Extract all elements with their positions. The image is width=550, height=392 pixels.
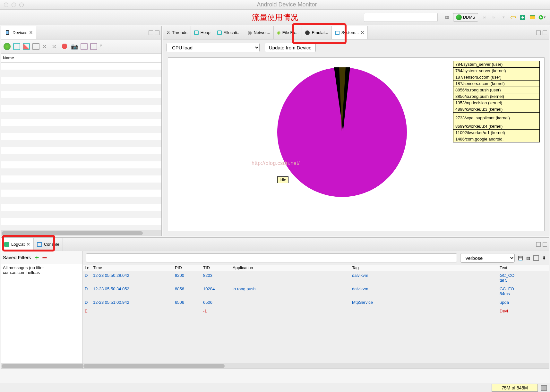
col-tid[interactable]: TID <box>203 265 233 270</box>
perspective-icon[interactable]: ▦ <box>443 13 451 21</box>
svg-marker-6 <box>62 44 67 49</box>
thread-start-icon[interactable]: ⤮ <box>52 43 59 50</box>
col-time[interactable]: Time <box>93 265 175 270</box>
bottom-panel: LogCat ✕ Console Saved Filters ＋ ━ All m… <box>1 237 549 369</box>
col-text[interactable]: Text <box>500 265 549 270</box>
scrollbar-h[interactable] <box>1 363 82 369</box>
devices-toolbar: ⤭ ⤮ 📷 ▿ <box>1 39 161 54</box>
log-row[interactable]: D12-23 05:50:34.052885610284io.rong.push… <box>83 285 549 298</box>
chart-area: Idle http://blog.csdn.net/ 784/system_se… <box>168 57 545 231</box>
tab-devices[interactable]: Devices ✕ <box>1 26 36 39</box>
thread-icon[interactable]: ⤭ <box>42 43 49 50</box>
tab-allocation[interactable]: Allocati... <box>214 26 244 39</box>
camera-icon[interactable]: 📷 <box>71 43 78 50</box>
scroll-lock-icon[interactable] <box>533 255 539 261</box>
tool-icon-2[interactable]: ⎘ <box>490 13 498 21</box>
add-filter-icon[interactable]: ＋ <box>34 253 40 262</box>
col-pid[interactable]: PID <box>175 265 203 270</box>
back-icon[interactable]: ⇦ <box>509 13 517 21</box>
tab-threads[interactable]: ⤭Threads <box>163 26 191 39</box>
tool-icon-3[interactable]: ▾ <box>500 13 507 21</box>
wifi-icon: ◉ <box>247 30 252 36</box>
legend-item: 8856/io.rong.push (kernel) <box>453 93 540 100</box>
tab-network[interactable]: ◉Networ... <box>244 26 274 39</box>
save-icon[interactable]: 💾 <box>518 256 523 260</box>
logcat-icon <box>4 242 9 247</box>
scroll-down-icon[interactable]: ⬇ <box>542 256 546 260</box>
log-level-select[interactable]: verbose <box>460 253 515 263</box>
download-icon[interactable] <box>519 13 527 21</box>
col-level[interactable]: Le <box>83 265 93 270</box>
clear-icon[interactable]: ▤ <box>526 256 530 260</box>
filter-list[interactable]: All messages (no filter com.as.com.hello… <box>1 264 82 363</box>
debug-icon[interactable] <box>4 43 11 50</box>
window-title: Android Device Monitor <box>24 1 550 8</box>
ddms-button[interactable]: DDMS <box>453 13 478 21</box>
maximize-icon[interactable] <box>543 30 547 35</box>
maximize-icon[interactable] <box>543 242 547 247</box>
legend-item: 187/sensors.qcom (user) <box>453 74 540 81</box>
tab-console[interactable]: Console <box>34 238 63 251</box>
tab-emulator[interactable]: Emulat... <box>302 26 331 39</box>
filter-item[interactable]: All messages (no filter <box>3 265 81 270</box>
idle-label: Idle <box>277 176 288 183</box>
log-row[interactable]: D12-23 05:51:00.94265066506MtpServiceupd… <box>83 298 549 307</box>
log-main: verbose 💾 ▤ ⬇ Le Time PID TID Applicatio… <box>83 251 549 369</box>
legend-item: 11092/kworker/u:1 (kernel) <box>453 129 540 136</box>
filter-item[interactable]: com.as.com.helloas <box>3 270 81 275</box>
gc-icon[interactable] <box>32 43 39 50</box>
menu-icon[interactable]: ▿ <box>100 43 107 50</box>
capture-icon[interactable] <box>81 43 88 50</box>
close-icon[interactable]: ✕ <box>29 30 33 35</box>
heap-icon[interactable] <box>13 43 20 50</box>
scrollbar-h[interactable] <box>1 230 161 236</box>
minimize-icon[interactable] <box>536 30 541 35</box>
remove-filter-icon[interactable]: ━ <box>43 254 47 261</box>
metric-select[interactable]: CPU load <box>167 43 260 52</box>
scrollbar-h[interactable] <box>83 363 549 369</box>
filter-icon[interactable] <box>529 13 536 21</box>
col-tag[interactable]: Tag <box>352 265 500 270</box>
stop-icon[interactable] <box>61 43 68 50</box>
tab-system[interactable]: System...✕ <box>332 26 368 39</box>
devices-header: Name <box>1 54 161 63</box>
close-icon[interactable]: ✕ <box>27 242 30 247</box>
update-button[interactable]: Update from Device <box>265 43 316 52</box>
devices-table[interactable] <box>1 63 161 230</box>
maximize-icon[interactable] <box>155 30 159 35</box>
window-icon <box>335 31 339 35</box>
annotation-text: 流量使用情况 <box>252 12 298 22</box>
right-tabrow: ⤭Threads Heap Allocati... ◉Networ... ◉Fi… <box>163 26 549 39</box>
tab-file-explorer[interactable]: ◉File Ex... <box>274 26 302 39</box>
legend-item: 2733/wpa_supplicant (kernel) <box>453 112 540 123</box>
close-icon[interactable]: ✕ <box>361 30 364 35</box>
heap-dump-icon[interactable] <box>23 43 30 50</box>
minimize-icon[interactable] <box>12 3 16 7</box>
tab-logcat[interactable]: LogCat ✕ <box>1 238 34 251</box>
minimize-icon[interactable] <box>149 30 153 35</box>
tab-logcat-label: LogCat <box>11 242 25 247</box>
filters-header: Saved Filters ＋ ━ <box>1 251 82 264</box>
log-row[interactable]: D12-23 05:50:28.04282008203dalvikvmGC_CO… <box>83 271 549 285</box>
gc-trash-icon[interactable] <box>541 385 547 391</box>
panel-minmax <box>147 30 161 35</box>
console-icon <box>37 242 42 247</box>
log-row[interactable]: E-1Devi <box>83 307 549 315</box>
heap-icon <box>194 30 199 35</box>
legend-item: 4898/kworker/u:3 (kernel) <box>453 106 540 113</box>
zoom-icon[interactable] <box>19 3 24 7</box>
close-icon[interactable] <box>4 3 8 7</box>
tool-icon-1[interactable]: ⎘ <box>480 13 488 21</box>
search-input[interactable] <box>364 13 438 22</box>
capture2-icon[interactable] <box>90 43 97 50</box>
log-grid: Le Time PID TID Application Tag Text D12… <box>83 265 549 363</box>
run-icon[interactable]: ▾ <box>538 13 546 21</box>
tab-heap[interactable]: Heap <box>191 26 214 39</box>
log-header: Le Time PID TID Application Tag Text <box>83 265 549 271</box>
col-app[interactable]: Application <box>233 265 352 270</box>
minimize-icon[interactable] <box>536 242 541 247</box>
log-search-input[interactable] <box>86 253 457 262</box>
tab-devices-label: Devices <box>13 30 27 35</box>
alloc-icon <box>217 30 222 35</box>
pie-chart <box>277 67 407 197</box>
